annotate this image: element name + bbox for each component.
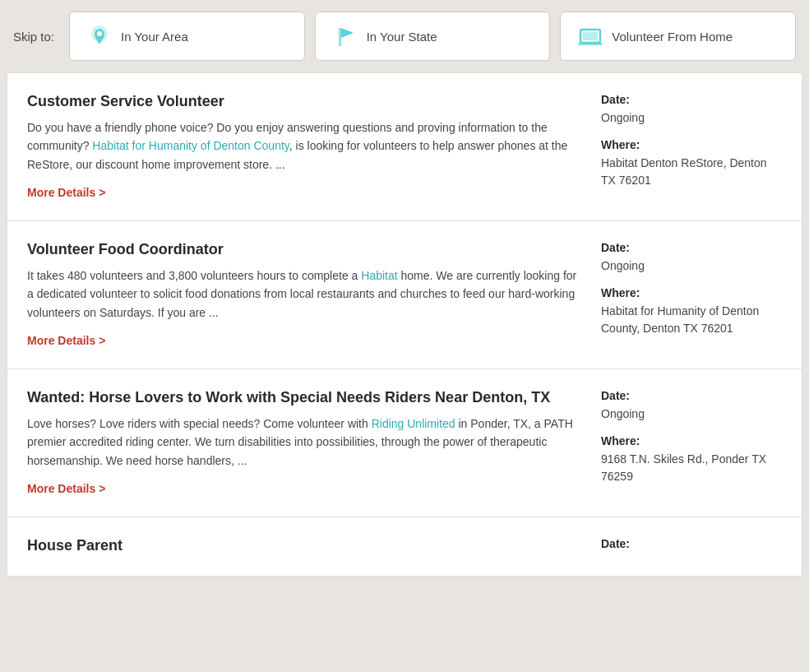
- skip-btn-in-your-area-label: In Your Area: [121, 30, 188, 44]
- flag-icon: [332, 23, 358, 49]
- listing-meta: Date: Ongoing Where: Habitat Denton ReSt…: [601, 93, 782, 201]
- skip-btn-in-your-state-label: In Your State: [367, 30, 437, 44]
- listing-meta: Date: Ongoing Where: 9168 T.N. Skiles Rd…: [601, 389, 782, 497]
- more-details-link[interactable]: More Details >: [27, 186, 105, 199]
- date-value: Ongoing: [601, 406, 782, 423]
- svg-rect-4: [339, 28, 341, 46]
- svg-marker-5: [341, 28, 354, 38]
- date-label: Date:: [601, 241, 782, 254]
- listing-desc: Love horses? Love riders with special ne…: [27, 415, 585, 470]
- listing-body: Volunteer Food Coordinator It takes 480 …: [27, 241, 585, 349]
- listing-card: Volunteer Food Coordinator It takes 480 …: [7, 221, 802, 369]
- listing-desc: Do you have a friendly phone voice? Do y…: [27, 118, 585, 174]
- listing-card: House Parent Date:: [7, 517, 802, 576]
- listing-meta: Date: Ongoing Where: Habitat for Humanit…: [601, 241, 782, 349]
- listing-card: Customer Service Volunteer Do you have a…: [7, 73, 802, 221]
- laptop-icon: [577, 23, 603, 49]
- date-value: Ongoing: [601, 109, 782, 127]
- listings-container: Customer Service Volunteer Do you have a…: [7, 72, 802, 577]
- listing-title: Customer Service Volunteer: [27, 93, 585, 110]
- date-label: Date:: [601, 389, 782, 402]
- skip-nav: Skip to: In Your Area In Your State: [0, 0, 809, 72]
- listing-body: Wanted: Horse Lovers to Work with Specia…: [27, 389, 585, 497]
- habitat-link[interactable]: Habitat: [361, 269, 397, 282]
- where-label: Where:: [601, 286, 782, 299]
- listing-card: Wanted: Horse Lovers to Work with Specia…: [7, 369, 802, 517]
- listing-title: House Parent: [27, 537, 585, 554]
- date-value: Ongoing: [601, 257, 782, 275]
- where-label: Where:: [601, 434, 782, 447]
- svg-rect-7: [583, 32, 598, 40]
- more-details-link[interactable]: More Details >: [27, 482, 105, 495]
- skip-btn-in-your-area[interactable]: In Your Area: [69, 12, 305, 61]
- listing-meta: Date:: [601, 537, 782, 563]
- listing-body: House Parent: [27, 537, 585, 563]
- date-label: Date:: [601, 537, 782, 550]
- svg-rect-8: [578, 43, 603, 45]
- org-link[interactable]: Habitat for Humanity of Denton County: [92, 139, 289, 152]
- riding-unlimited-link[interactable]: Riding Unlimited: [372, 417, 455, 430]
- listing-title: Volunteer Food Coordinator: [27, 241, 585, 258]
- listing-title: Wanted: Horse Lovers to Work with Specia…: [27, 389, 585, 406]
- listing-desc: It takes 480 volunteers and 3,800 volunt…: [27, 266, 585, 322]
- more-details-link[interactable]: More Details >: [27, 334, 105, 347]
- date-label: Date:: [601, 93, 782, 106]
- svg-point-3: [97, 31, 102, 36]
- skip-btn-volunteer-from-home[interactable]: Volunteer From Home: [560, 12, 796, 61]
- skip-btn-in-your-state[interactable]: In Your State: [315, 12, 551, 61]
- listing-body: Customer Service Volunteer Do you have a…: [27, 93, 585, 201]
- where-value: 9168 T.N. Skiles Rd., Ponder TX 76259: [601, 451, 782, 485]
- skip-label: Skip to:: [13, 30, 54, 44]
- where-value: Habitat for Humanity of Denton County, D…: [601, 303, 782, 337]
- where-label: Where:: [601, 138, 782, 151]
- where-value: Habitat Denton ReStore, Denton TX 76201: [601, 155, 782, 189]
- location-pin-icon: [86, 23, 113, 49]
- skip-btn-volunteer-from-home-label: Volunteer From Home: [612, 30, 733, 44]
